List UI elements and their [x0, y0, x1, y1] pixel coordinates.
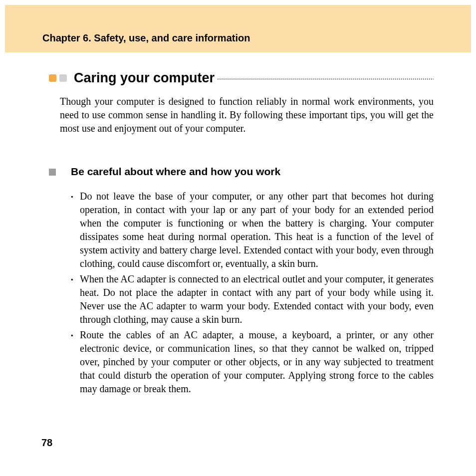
list-item-text: Do not leave the base of your computer, … [80, 190, 434, 270]
document-page: Chapter 6. Safety, use, and care informa… [0, 0, 476, 476]
list-item: ▪ Route the cables of an AC adapter, a m… [71, 328, 434, 396]
subheading-row: Be careful about where and how you work [49, 166, 434, 178]
page-number: 78 [41, 437, 52, 449]
list-item-text: When the AC adapter is connected to an e… [80, 272, 434, 326]
list-item-text: Route the cables of an AC adapter, a mou… [80, 328, 434, 396]
intro-paragraph: Though your computer is designed to func… [60, 95, 434, 135]
bullet-list: ▪ Do not leave the base of your computer… [71, 190, 434, 398]
header-band [5, 5, 471, 52]
bullet-gray-icon [59, 74, 67, 82]
list-bullet-icon: ▪ [71, 328, 80, 396]
square-bullet-icon [49, 169, 56, 176]
list-bullet-icon: ▪ [71, 272, 80, 326]
section-heading-row: Caring your computer [49, 70, 434, 86]
dash-rule-icon [218, 78, 434, 80]
subheading: Be careful about where and how you work [71, 166, 280, 178]
bullet-orange-icon [49, 74, 56, 82]
chapter-title: Chapter 6. Safety, use, and care informa… [42, 32, 250, 44]
list-item: ▪ Do not leave the base of your computer… [71, 190, 434, 270]
list-bullet-icon: ▪ [71, 190, 80, 270]
section-title: Caring your computer [74, 70, 215, 86]
list-item: ▪ When the AC adapter is connected to an… [71, 272, 434, 326]
